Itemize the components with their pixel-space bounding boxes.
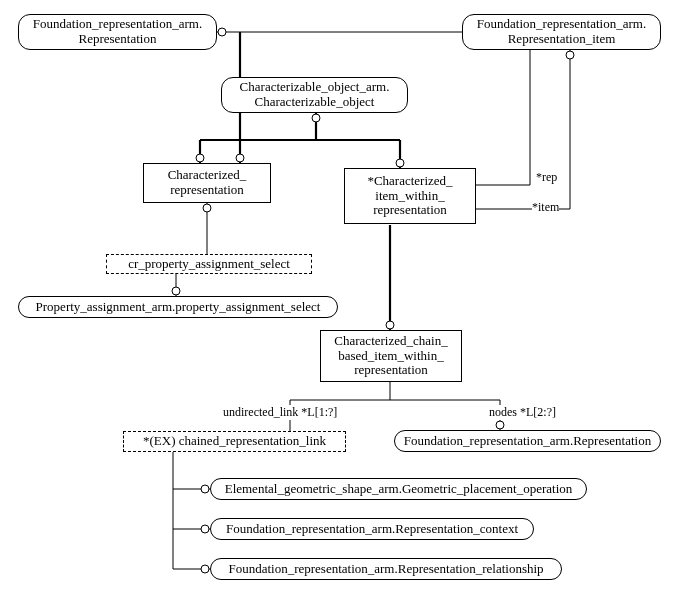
svg-point-21 bbox=[172, 287, 180, 295]
entity-label: Foundation_representation_arm.Representa… bbox=[228, 562, 543, 577]
entity-property-assignment-select: Property_assignment_arm.property_assignm… bbox=[18, 296, 338, 318]
entity-label: Characterizable_object_arm.Characterizab… bbox=[240, 80, 390, 110]
entity-characterizable-object: Characterizable_object_arm.Characterizab… bbox=[221, 77, 408, 113]
entity-characterized-representation: Characterized_representation bbox=[143, 163, 271, 203]
entity-foundation-representation-ref: Foundation_representation_arm.Representa… bbox=[394, 430, 661, 452]
entity-label: Characterized_chain_based_item_within_re… bbox=[334, 334, 447, 379]
entity-label: Foundation_representation_arm.Representa… bbox=[404, 434, 651, 449]
entity-representation-relationship: Foundation_representation_arm.Representa… bbox=[210, 558, 562, 580]
attr-item-label: *item bbox=[532, 200, 559, 215]
svg-point-17 bbox=[396, 159, 404, 167]
svg-point-33 bbox=[201, 525, 209, 533]
entity-label: Foundation_representation_arm.Representa… bbox=[226, 522, 518, 537]
entity-label: Elemental_geometric_shape_arm.Geometric_… bbox=[225, 482, 573, 497]
entity-label: Foundation_representation_arm.Representa… bbox=[477, 17, 646, 47]
entity-geometric-placement-operation: Elemental_geometric_shape_arm.Geometric_… bbox=[210, 478, 587, 500]
expressg-diagram: Foundation_representation_arm.Representa… bbox=[0, 0, 680, 606]
entity-foundation-representation: Foundation_representation_arm.Representa… bbox=[18, 14, 217, 50]
svg-point-23 bbox=[386, 321, 394, 329]
svg-point-3 bbox=[236, 154, 244, 162]
attr-nodes-label: nodes *L[2:?] bbox=[489, 405, 556, 420]
svg-point-16 bbox=[196, 154, 204, 162]
attr-undirected-link-label: undirected_link *L[1:?] bbox=[223, 405, 337, 420]
entity-label: Property_assignment_arm.property_assignm… bbox=[36, 300, 321, 315]
attr-rep-label: *rep bbox=[536, 170, 557, 185]
entity-label: Foundation_representation_arm.Representa… bbox=[33, 17, 202, 47]
entity-label: *Characterized_item_within_representatio… bbox=[367, 174, 452, 219]
entity-label: Characterized_representation bbox=[168, 168, 247, 198]
entity-representation-context: Foundation_representation_arm.Representa… bbox=[210, 518, 534, 540]
entity-foundation-representation-item: Foundation_representation_arm.Representa… bbox=[462, 14, 661, 50]
svg-point-12 bbox=[312, 114, 320, 122]
svg-point-31 bbox=[201, 485, 209, 493]
svg-point-35 bbox=[201, 565, 209, 573]
svg-point-19 bbox=[203, 204, 211, 212]
svg-point-1 bbox=[218, 28, 226, 36]
entity-characterized-item-within-representation: *Characterized_item_within_representatio… bbox=[344, 168, 476, 224]
select-label: *(EX) chained_representation_link bbox=[143, 434, 326, 449]
entity-characterized-chain-based-item-within-representation: Characterized_chain_based_item_within_re… bbox=[320, 330, 462, 382]
svg-point-28 bbox=[496, 421, 504, 429]
select-chained-representation-link: *(EX) chained_representation_link bbox=[123, 431, 346, 452]
select-cr-property-assignment-select: cr_property_assignment_select bbox=[106, 254, 312, 274]
svg-point-6 bbox=[566, 51, 574, 59]
select-label: cr_property_assignment_select bbox=[128, 257, 290, 272]
